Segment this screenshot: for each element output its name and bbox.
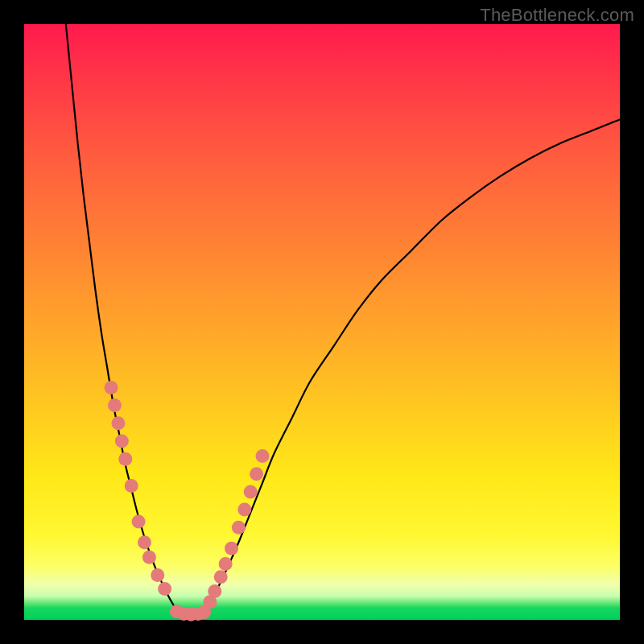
watermark-text: TheBottleneck.com [480,5,634,26]
marker-dot [214,570,228,584]
marker-dot [225,542,238,555]
curve-group [66,24,620,613]
curve-layer [24,24,620,620]
marker-dot [250,467,263,481]
left-curve [66,24,180,613]
marker-dot [111,416,125,430]
marker-dot [105,381,118,394]
marker-dot [208,584,221,598]
marker-dot [115,435,129,448]
right-curve [203,119,620,613]
chart-frame: TheBottleneck.com [0,0,644,644]
marker-dot [108,398,122,412]
marker-dot [151,568,164,582]
marker-dots [105,381,270,621]
marker-dot [142,551,156,564]
marker-dot [125,479,138,493]
marker-dot [132,514,146,528]
marker-dot [219,557,233,571]
marker-dot [197,605,211,619]
marker-dot [256,449,270,463]
marker-dot [244,485,258,498]
marker-dot [158,582,171,596]
marker-dot [232,521,246,535]
marker-dot [118,452,132,466]
plot-area [24,24,620,620]
marker-dot [237,503,251,517]
marker-dot [138,535,151,549]
